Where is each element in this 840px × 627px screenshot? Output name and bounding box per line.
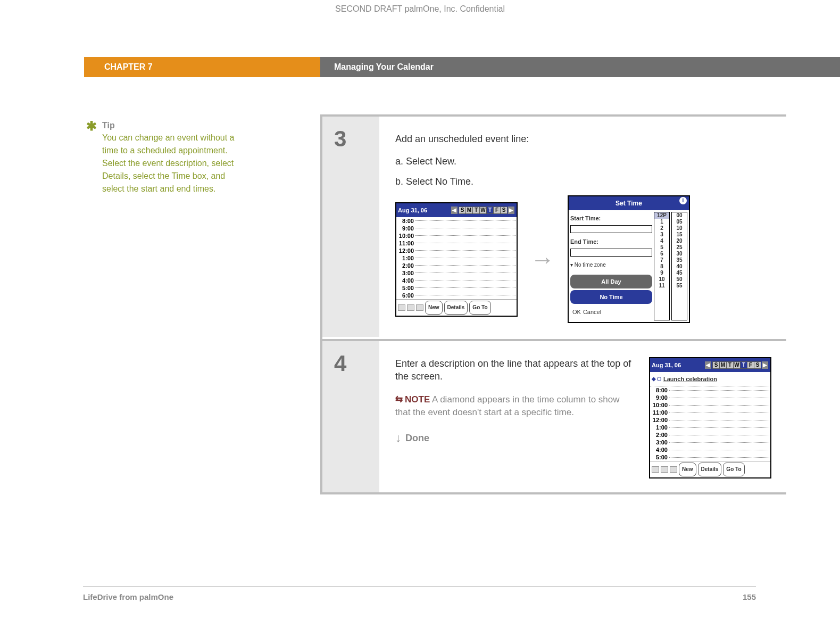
prev-week-icon[interactable]: ◀: [451, 207, 458, 214]
step-4: 4 Enter a description on the line that a…: [322, 339, 786, 494]
day-t[interactable]: T: [726, 361, 734, 369]
view-day-icon[interactable]: [652, 466, 659, 473]
view-day-icon[interactable]: [398, 304, 405, 311]
arrow-right-icon: →: [530, 253, 555, 266]
timezone-selector[interactable]: ▾ No time zone: [570, 259, 652, 271]
tip-content: Tip You can change an event without a ti…: [102, 121, 246, 195]
page-footer: LifeDrive from palmOne 155: [83, 587, 756, 601]
hour-cell[interactable]: 8: [654, 263, 669, 270]
settime-footer: OK Cancel: [570, 306, 652, 320]
new-button[interactable]: New: [679, 463, 696, 476]
new-button[interactable]: New: [425, 301, 443, 315]
min-cell[interactable]: 25: [672, 244, 687, 251]
day-selector[interactable]: S M T W T F S: [713, 361, 761, 369]
minutes-column[interactable]: 00 05 10 15 20 25 30 35 40 45 50: [671, 212, 687, 320]
hour-cell[interactable]: 7: [654, 257, 669, 263]
day-t2[interactable]: T: [740, 361, 747, 369]
min-cell[interactable]: 05: [672, 219, 687, 225]
hour-cell[interactable]: 6: [654, 251, 669, 257]
min-cell[interactable]: 55: [672, 283, 687, 289]
day-m[interactable]: M: [719, 361, 727, 369]
hours-header[interactable]: 12P: [654, 212, 669, 219]
step4-left: Enter a description on the line that app…: [395, 357, 633, 478]
circle-icon: [657, 377, 661, 381]
view-month-icon[interactable]: [416, 304, 423, 311]
step4-inner: Enter a description on the line that app…: [395, 357, 771, 478]
day-t[interactable]: T: [472, 207, 480, 214]
day-s[interactable]: S: [712, 361, 720, 369]
palm-dayview: Aug 31, 06 ◀ S M T W T F S: [395, 202, 518, 317]
palm-dayview-with-event: Aug 31, 06 ◀ S M T W T F S: [649, 357, 771, 478]
dayview2-timerows: 8:00 9:00 10:00 11:00 12:00 1:00 2:00 3:…: [650, 386, 770, 461]
hour-cell[interactable]: 9: [654, 270, 669, 276]
min-cell[interactable]: 00: [672, 212, 687, 219]
step3-sub-a: a. Select New.: [395, 155, 771, 168]
hour-cell[interactable]: 3: [654, 232, 669, 238]
time-label: 6:00: [397, 289, 415, 302]
step4-intro: Enter a description on the line that app…: [395, 357, 633, 383]
note-label: NOTE: [405, 394, 430, 405]
info-icon[interactable]: i: [679, 197, 687, 204]
view-week-icon[interactable]: [407, 304, 414, 311]
hour-cell[interactable]: 5: [654, 244, 669, 251]
step4-note: ⇆NOTE A diamond appears in the time colu…: [395, 393, 633, 419]
day-s2[interactable]: S: [500, 207, 508, 214]
goto-button[interactable]: Go To: [469, 301, 490, 315]
step-body: Add an unscheduled event line: a. Select…: [379, 117, 786, 337]
day-m[interactable]: M: [465, 207, 473, 214]
next-week-icon[interactable]: ▶: [762, 361, 768, 369]
chapter-label: CHAPTER 7: [84, 57, 320, 77]
details-button[interactable]: Details: [698, 463, 722, 476]
done-marker: ↓ Done: [395, 432, 633, 444]
settime-left: Start Time: End Time: ▾ No time zone All…: [570, 212, 652, 320]
start-time-label: Start Time:: [570, 212, 652, 225]
day-f[interactable]: F: [493, 207, 501, 214]
view-week-icon[interactable]: [661, 466, 668, 473]
day-w[interactable]: W: [479, 207, 487, 214]
hour-cell[interactable]: 1: [654, 219, 669, 225]
min-cell[interactable]: 30: [672, 251, 687, 257]
hour-cell[interactable]: 4: [654, 238, 669, 244]
view-month-icon[interactable]: [670, 466, 677, 473]
time-row[interactable]: 5:00: [650, 453, 770, 461]
header-gap: [0, 57, 84, 77]
event-description[interactable]: Launch celebration: [663, 373, 717, 385]
min-cell[interactable]: 45: [672, 270, 687, 276]
no-time-button[interactable]: No Time: [570, 290, 652, 304]
all-day-button[interactable]: All Day: [570, 275, 652, 288]
page: SECOND DRAFT palmOne, Inc. Confidential …: [0, 0, 840, 627]
ok-button[interactable]: OK: [572, 306, 581, 318]
footer-page-number: 155: [743, 592, 756, 601]
hours-column[interactable]: 12P 1 2 3 4 5 6 7 8 9 10: [654, 212, 670, 320]
day-f[interactable]: F: [747, 361, 754, 369]
details-button[interactable]: Details: [444, 301, 468, 315]
hour-cell[interactable]: 11: [654, 283, 669, 289]
step-number: 3: [322, 117, 379, 337]
tip-asterisk-icon: ✱: [86, 121, 97, 195]
step-body: Enter a description on the line that app…: [379, 341, 786, 492]
day-t2[interactable]: T: [486, 207, 494, 214]
min-cell[interactable]: 50: [672, 276, 687, 283]
min-cell[interactable]: 15: [672, 232, 687, 238]
goto-button[interactable]: Go To: [723, 463, 744, 476]
step-3: 3 Add an unscheduled event line: a. Sele…: [322, 114, 786, 337]
min-cell[interactable]: 40: [672, 263, 687, 270]
hour-cell[interactable]: 2: [654, 225, 669, 232]
day-s[interactable]: S: [459, 207, 466, 214]
start-time-field[interactable]: [570, 225, 652, 233]
tip-text: You can change an event without a time t…: [102, 131, 246, 195]
day-w[interactable]: W: [733, 361, 741, 369]
set-time-dialog: Set Time i Start Time: End Time: ▾ No ti…: [568, 195, 690, 323]
hour-cell[interactable]: 10: [654, 276, 669, 283]
next-week-icon[interactable]: ▶: [508, 207, 514, 214]
note-icon: ⇆: [395, 394, 403, 405]
cancel-button[interactable]: Cancel: [583, 306, 601, 318]
day-selector[interactable]: S M T W T F S: [459, 207, 508, 214]
time-row[interactable]: 6:00: [396, 292, 517, 299]
min-cell[interactable]: 35: [672, 257, 687, 263]
min-cell[interactable]: 20: [672, 238, 687, 244]
end-time-field[interactable]: [570, 249, 652, 257]
min-cell[interactable]: 10: [672, 225, 687, 232]
day-s2[interactable]: S: [754, 361, 761, 369]
prev-week-icon[interactable]: ◀: [705, 361, 711, 369]
